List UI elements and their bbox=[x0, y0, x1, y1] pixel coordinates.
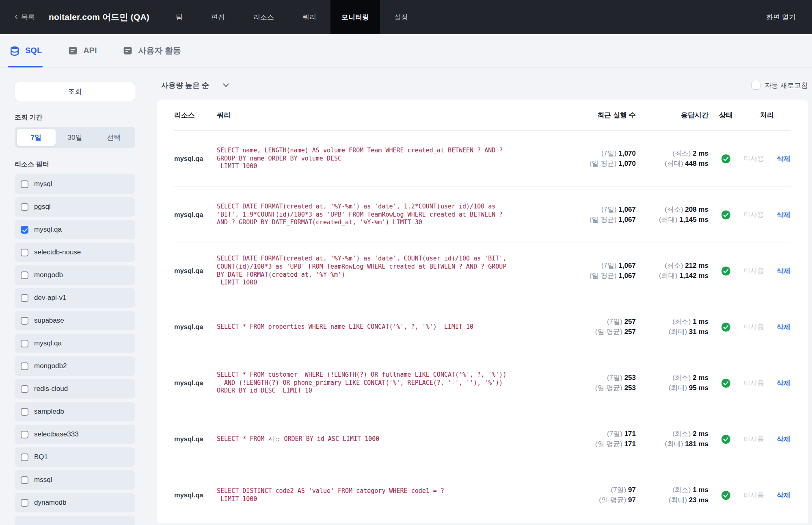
auto-refresh-checkbox[interactable] bbox=[752, 81, 760, 90]
app-title: noitaler.com 어드민 (QA) bbox=[43, 0, 162, 34]
period-option-7d[interactable]: 7일 bbox=[17, 129, 56, 146]
resource-name: selectbase333 bbox=[34, 430, 79, 438]
search-button[interactable]: 조회 bbox=[15, 82, 135, 101]
status-ok-icon bbox=[721, 154, 731, 164]
row-status bbox=[708, 154, 743, 164]
tab-icon bbox=[9, 45, 20, 56]
resource-filter-item[interactable]: dev-api-v1 bbox=[15, 288, 135, 308]
resource-filter-item-cutoff[interactable] bbox=[15, 516, 135, 525]
tab-icon bbox=[122, 45, 133, 56]
nav-item[interactable]: 팀 bbox=[162, 0, 197, 34]
checkbox[interactable] bbox=[21, 294, 28, 302]
resp-max-label: (최대) bbox=[669, 384, 687, 392]
checkbox[interactable] bbox=[21, 362, 28, 370]
open-screen-button[interactable]: 화면 열기 bbox=[766, 0, 812, 34]
resource-filter-item[interactable]: mssql bbox=[15, 470, 135, 490]
checkbox[interactable] bbox=[21, 180, 28, 188]
checkbox[interactable] bbox=[21, 203, 28, 211]
nav-item[interactable]: 설정 bbox=[380, 0, 422, 34]
resource-filter-item[interactable]: pgsql bbox=[15, 197, 135, 217]
checkbox[interactable] bbox=[21, 340, 28, 347]
delete-button[interactable]: 삭제 bbox=[777, 154, 790, 163]
checkbox[interactable] bbox=[21, 431, 28, 438]
row-exec-counts: (7일) 1,070 (일 평균) 1,070 bbox=[519, 149, 636, 169]
resource-name: dynamodb bbox=[34, 499, 66, 507]
auto-refresh-label: 자동 새로고침 bbox=[764, 81, 808, 90]
tab-label: 사용자 활동 bbox=[138, 45, 181, 56]
resp-min-label: (최소) bbox=[672, 150, 691, 157]
row-response-times: (최소) 208 ms (최대) 1,145 ms bbox=[636, 205, 708, 225]
exec-7d-label: (7일) bbox=[601, 150, 617, 157]
resource-filter-item[interactable]: mongodb bbox=[15, 265, 135, 285]
checkbox[interactable] bbox=[21, 385, 28, 393]
nav-item[interactable]: 편집 bbox=[197, 0, 239, 34]
table-header-row: 리소스 쿼리 최근 실행 수 응답시간 상태 처리 bbox=[174, 100, 790, 131]
resp-max-label: (최대) bbox=[665, 160, 683, 167]
resource-name: supabase bbox=[34, 317, 64, 325]
resource-filter-item[interactable]: selectbase333 bbox=[15, 425, 135, 444]
table-row: mysql.qa SELECT DATE_FORMAT(created_at, … bbox=[174, 187, 790, 243]
checkbox[interactable] bbox=[21, 476, 28, 484]
row-query-sql: SELECT * FROM customer WHERE (!LENGTH(?)… bbox=[217, 371, 513, 395]
resp-max-value: 181 ms bbox=[685, 440, 708, 448]
tab[interactable]: SQL bbox=[8, 34, 43, 67]
tab[interactable]: API bbox=[66, 34, 97, 67]
header-resource: 리소스 bbox=[174, 111, 217, 120]
nav-item-label: 팀 bbox=[176, 13, 183, 22]
period-option-30d[interactable]: 30일 bbox=[56, 129, 95, 146]
delete-button[interactable]: 삭제 bbox=[777, 322, 790, 332]
resource-filter-item[interactable]: mongodb2 bbox=[15, 356, 135, 376]
tab-icon bbox=[67, 45, 78, 56]
resource-filter-item[interactable]: redis-cloud bbox=[15, 379, 135, 399]
row-response-times: (최소) 2 ms (최대) 448 ms bbox=[636, 149, 708, 169]
resource-name: sampledb bbox=[34, 408, 64, 416]
resource-name: mysql.qa bbox=[34, 226, 62, 234]
exec-7d-value: 171 bbox=[624, 430, 636, 438]
table-row: mysql.qa SELECT * FROM properties WHERE … bbox=[174, 299, 790, 355]
delete-button[interactable]: 삭제 bbox=[777, 210, 790, 219]
row-resource: mysql.qa bbox=[174, 435, 217, 443]
checkbox[interactable] bbox=[21, 499, 28, 507]
exec-avg-value: 171 bbox=[624, 440, 636, 448]
resource-filter-item[interactable]: BQ1 bbox=[15, 447, 135, 467]
resp-min-label: (최소) bbox=[672, 374, 691, 382]
table-row: mysql.qa SELECT DISTINCT code2 AS 'value… bbox=[174, 467, 790, 523]
resource-filter-item[interactable]: mysql.qa bbox=[15, 334, 135, 353]
checkbox[interactable] bbox=[21, 453, 28, 461]
resp-min-value: 1 ms bbox=[693, 318, 708, 325]
checkbox[interactable] bbox=[21, 317, 28, 325]
row-query-sql: SELECT DISTINCT code2 AS 'value' FROM ca… bbox=[217, 487, 513, 503]
exec-avg-value: 97 bbox=[628, 496, 636, 504]
checkbox[interactable] bbox=[21, 249, 28, 256]
row-response-times: (최소) 2 ms (최대) 95 ms bbox=[636, 373, 708, 393]
sort-dropdown[interactable]: 사용량 높은 순 bbox=[161, 80, 229, 90]
resource-filter-item[interactable]: dynamodb bbox=[15, 493, 135, 512]
delete-button[interactable]: 삭제 bbox=[777, 434, 790, 444]
delete-button[interactable]: 삭제 bbox=[777, 378, 790, 388]
resp-min-value: 2 ms bbox=[693, 150, 708, 157]
unused-button: 미사용 bbox=[743, 266, 764, 276]
delete-button[interactable]: 삭제 bbox=[777, 490, 790, 500]
delete-button[interactable]: 삭제 bbox=[777, 266, 790, 276]
nav-item[interactable]: 쿼리 bbox=[288, 0, 330, 34]
auto-refresh-toggle[interactable]: 자동 새로고침 bbox=[752, 81, 808, 90]
checkbox[interactable] bbox=[21, 226, 28, 234]
chevron-left-icon: ‹ bbox=[15, 11, 18, 21]
exec-7d-label: (7일) bbox=[607, 430, 622, 438]
checkbox[interactable] bbox=[21, 408, 28, 416]
period-option-custom[interactable]: 선택 bbox=[94, 129, 133, 146]
checkbox[interactable] bbox=[21, 271, 28, 279]
resource-filter-item[interactable]: mysql bbox=[15, 174, 135, 194]
resource-filter-item[interactable]: supabase bbox=[15, 311, 135, 330]
resource-filter-item[interactable]: sampledb bbox=[15, 402, 135, 421]
back-to-list-button[interactable]: ‹ 목록 bbox=[0, 0, 43, 34]
unused-button: 미사용 bbox=[743, 378, 764, 388]
period-label: 조회 기간 bbox=[15, 113, 135, 122]
header-exec-count: 최근 실행 수 bbox=[519, 111, 636, 120]
nav-item[interactable]: 모니터링 bbox=[330, 0, 380, 34]
nav-item[interactable]: 리소스 bbox=[239, 0, 288, 34]
resp-max-label: (최대) bbox=[665, 440, 683, 448]
resource-filter-item[interactable]: selectdb-nouse bbox=[15, 243, 135, 262]
resource-filter-item[interactable]: mysql.qa bbox=[15, 220, 135, 239]
tab[interactable]: 사용자 활동 bbox=[121, 34, 182, 67]
